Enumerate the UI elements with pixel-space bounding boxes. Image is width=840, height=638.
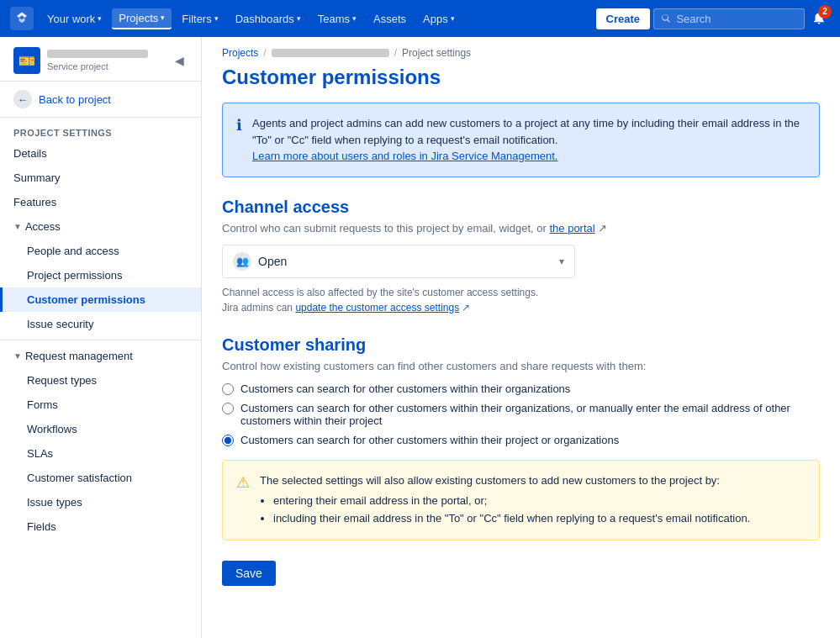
chevron-down-icon: ▾ (451, 14, 455, 23)
top-navigation: Your work ▾ Projects ▾ Filters ▾ Dashboa… (0, 0, 840, 37)
channel-access-sub: Control who can submit requests to this … (222, 222, 820, 235)
radio-org-only-input[interactable] (222, 383, 234, 395)
sidebar-item-fields[interactable]: Fields (0, 514, 201, 539)
nav-assets[interactable]: Assets (367, 9, 413, 29)
sidebar: 🎫 Service project ◀ ← Back to project Pr… (0, 37, 202, 638)
sidebar-item-customer-permissions[interactable]: Customer permissions (0, 287, 201, 312)
warning-icon: ⚠ (236, 473, 250, 528)
chevron-down-icon: ▾ (161, 13, 165, 22)
back-icon: ← (13, 90, 32, 108)
breadcrumb-project-name (272, 49, 389, 57)
customer-sharing-options: Customers can search for other customers… (222, 382, 820, 446)
expand-icon-2: ▼ (13, 351, 22, 361)
breadcrumb-settings: Project settings (402, 47, 471, 59)
warning-banner: ⚠ The selected settings will also allow … (222, 460, 820, 540)
project-subtitle: Service project (47, 61, 165, 71)
create-button[interactable]: Create (596, 8, 650, 29)
sidebar-collapse-button[interactable]: ◀ (172, 50, 188, 71)
jira-logo[interactable] (10, 7, 34, 30)
sidebar-item-access[interactable]: ▼ Access (0, 214, 201, 239)
sidebar-item-issue-types[interactable]: Issue types (0, 490, 201, 514)
nav-filters[interactable]: Filters ▾ (175, 9, 225, 29)
open-icon: 👥 (233, 252, 251, 271)
sidebar-item-forms[interactable]: Forms (0, 393, 201, 417)
search-icon (661, 13, 671, 24)
sidebar-divider (0, 340, 201, 340)
sidebar-item-customer-satisfaction[interactable]: Customer satisfaction (0, 466, 201, 490)
radio-org-or-manual-input[interactable] (222, 403, 234, 414)
nav-your-work[interactable]: Your work ▾ (40, 9, 108, 29)
radio-project-or-org-input[interactable] (222, 435, 234, 446)
info-banner-text: Agents and project admins can add new cu… (252, 115, 806, 165)
page-title: Customer permissions (202, 59, 840, 103)
sidebar-item-details[interactable]: Details (0, 141, 201, 166)
dropdown-chevron-icon: ▾ (559, 256, 564, 267)
sidebar-item-people-and-access[interactable]: People and access (0, 239, 201, 263)
radio-project-or-org[interactable]: Customers can search for other customers… (222, 434, 820, 446)
sidebar-item-request-management[interactable]: ▼ Request management (0, 344, 201, 368)
search-input[interactable] (676, 13, 797, 25)
sidebar-item-workflows[interactable]: Workflows (0, 417, 201, 441)
sidebar-item-issue-security[interactable]: Issue security (0, 312, 201, 336)
sidebar-item-request-types[interactable]: Request types (0, 368, 201, 393)
info-icon: ℹ (236, 116, 242, 165)
sidebar-section-title: Project settings (0, 118, 201, 141)
nav-projects[interactable]: Projects ▾ (112, 8, 172, 29)
portal-link[interactable]: the portal (549, 222, 594, 235)
info-banner: ℹ Agents and project admins can add new … (222, 103, 820, 177)
customer-access-settings-link[interactable]: update the customer access settings (295, 302, 459, 314)
project-icon: 🎫 (13, 47, 40, 74)
channel-access-title: Channel access (222, 198, 820, 217)
nav-dashboards[interactable]: Dashboards ▾ (229, 9, 308, 29)
sidebar-item-project-permissions[interactable]: Project permissions (0, 263, 201, 287)
nav-apps[interactable]: Apps ▾ (416, 9, 462, 29)
customer-sharing-title: Customer sharing (222, 335, 820, 355)
sidebar-item-features[interactable]: Features (0, 190, 201, 214)
breadcrumb: Projects / / Project settings (202, 37, 840, 59)
customer-sharing-sub: Control how existing customers can find … (222, 360, 820, 372)
chevron-down-icon: ▾ (352, 14, 357, 23)
sidebar-item-summary[interactable]: Summary (0, 166, 201, 190)
main-content: Projects / / Project settings Customer p… (202, 37, 840, 638)
project-header: 🎫 Service project ◀ (0, 37, 201, 82)
nav-teams[interactable]: Teams ▾ (311, 9, 363, 29)
search-box[interactable] (653, 8, 805, 29)
channel-note: Channel access is also affected by the s… (222, 285, 820, 315)
project-name-bar (47, 50, 148, 58)
notifications-badge: 2 (818, 5, 832, 18)
chevron-down-icon: ▾ (297, 14, 301, 23)
chevron-down-icon: ▾ (98, 14, 102, 23)
info-banner-link[interactable]: Learn more about users and roles in Jira… (252, 150, 557, 162)
radio-org-only[interactable]: Customers can search for other customers… (222, 382, 820, 395)
sidebar-item-slas[interactable]: SLAs (0, 441, 201, 466)
expand-icon: ▼ (13, 222, 22, 231)
warning-text: The selected settings will also allow ex… (260, 472, 750, 528)
chevron-down-icon: ▾ (214, 14, 219, 23)
save-button[interactable]: Save (222, 561, 276, 586)
channel-access-dropdown[interactable]: 👥 Open ▾ (222, 245, 575, 278)
breadcrumb-projects-link[interactable]: Projects (222, 47, 258, 59)
radio-org-or-manual[interactable]: Customers can search for other customers… (222, 402, 820, 427)
notifications-button[interactable]: 2 (808, 7, 830, 31)
back-to-project-button[interactable]: ← Back to project (0, 82, 201, 118)
